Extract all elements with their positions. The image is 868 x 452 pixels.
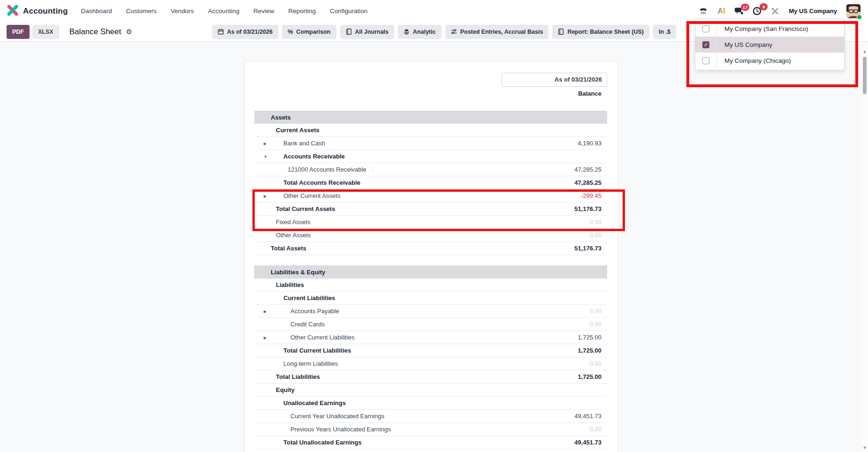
row-value: 0.00 [590,232,607,239]
nav-item-accounting[interactable]: Accounting [208,8,239,15]
odoo-accounting-logo-icon [7,4,19,18]
row-label: Total Unallocated Earnings [254,439,362,446]
report-table: AssetsCurrent Assets▶Bank and Cash4,190.… [254,111,607,452]
report-row-total-current-assets: Total Current Assets51,176.73 [254,203,607,216]
active-company-label[interactable]: My US Company [789,8,837,15]
filter-label: Analytic [413,29,436,35]
filter-label: As of 03/21/2026 [227,29,273,35]
row-value: 0.00 [590,321,607,328]
nav-item-review[interactable]: Review [253,8,274,15]
filter-label: Comparison [297,29,331,35]
activities-clock-icon[interactable]: 9 [753,7,761,15]
report-row-liabilities: Liabilities [254,279,607,292]
report-row-bank-and-cash[interactable]: ▶Bank and Cash4,190.93 [254,137,607,150]
company-option-my-company-chicago[interactable]: My Company (Chicago) [695,53,844,68]
report-row-other-assets: Other Assets0.00 [254,229,607,242]
row-label: Liabilities [254,281,304,288]
filter-posted-entries-accrual-basis[interactable]: Posted Entries, Accrual Basis [445,25,549,39]
percent-icon: % [288,28,293,35]
messages-count-badge: 17 [741,4,750,11]
report-row-121000-accounts-receivable[interactable]: 121000 Accounts Receivable⋮47,285.25 [254,163,607,176]
filter-as-of-03-21-2026[interactable]: As of 03/21/2026 [212,25,278,39]
journal-icon [346,29,352,35]
row-value: 0.00 [590,360,607,367]
debug-tools-icon[interactable] [771,7,779,15]
scrollbar-up-arrow-icon[interactable]: ▲ [861,49,868,54]
row-label: Credit Cards [254,321,325,328]
layers-icon [404,29,410,35]
company-option-check-cell [695,21,717,37]
report-row-current-assets: Current Assets [254,124,607,137]
calendar-icon [218,29,224,35]
report-settings-gear-icon[interactable]: ⚙ [126,28,132,36]
sliders-icon [451,29,457,35]
online-status-dot [857,15,862,20]
caret-down-icon[interactable]: ▼ [264,154,267,158]
row-label: Equity [254,386,295,393]
filter-comparison[interactable]: %Comparison [282,25,336,39]
checkbox-unchecked-icon[interactable] [702,57,709,64]
row-label: Other Assets [254,232,311,239]
nav-item-reporting[interactable]: Reporting [288,8,316,15]
filter-label: Report: Balance Sheet (US) [567,29,644,35]
user-avatar[interactable] [846,4,860,18]
row-label: 121000 Accounts Receivable [254,166,366,173]
row-label: Total Assets [254,245,306,252]
row-value: 0.00 [590,308,607,315]
filter-analytic[interactable]: Analytic [398,25,442,39]
scrollbar-down-arrow-icon[interactable]: ▼ [861,445,868,450]
content-area: As of 03/21/2026 Balance AssetsCurrent A… [0,42,868,452]
row-label: Other Current Assets [254,192,340,199]
row-label: Total Current Liabilities [254,347,351,354]
row-value: 1,725.00 [578,373,607,380]
kebab-menu-icon[interactable]: ⋮ [370,166,375,173]
export-pdf-button[interactable]: PDF [7,25,30,39]
messages-icon[interactable]: 17 [734,7,743,15]
filter-label: In .$ [659,29,670,35]
nav-item-vendors[interactable]: Vendors [171,8,194,15]
row-label: Fixed Assets [254,218,311,226]
filter-all-journals[interactable]: All Journals [340,25,395,39]
report-row-fixed-assets: Fixed Assets0.00 [254,216,607,229]
nav-item-customers[interactable]: Customers [126,8,157,15]
report-row-equity: Equity [254,384,607,397]
row-value: 47,285.25 [574,179,607,186]
report-row-previous-years-unallocated-earnings: Previous Years Unallocated Earnings0.00 [254,423,607,436]
company-option-my-us-company[interactable]: ✓My US Company [695,37,844,53]
ai-assistant-icon[interactable]: AI [717,7,725,15]
company-switcher-dropdown: My Company (San Francisco)✓My US Company… [695,19,845,70]
scrollbar-thumb[interactable] [863,57,867,94]
app-switcher[interactable]: Accounting [7,4,68,18]
page-scrollbar[interactable]: ▲ ▼ [861,42,868,452]
report-section-assets: Assets [254,111,607,124]
caret-right-icon[interactable]: ▶ [264,335,266,339]
filter-in[interactable]: In .$ [653,25,676,39]
company-option-label: My Company (San Francisco) [717,21,808,37]
row-label: Assets [254,114,291,121]
report-row-other-current-assets[interactable]: ▶Other Current Assets-299.45 [254,189,607,203]
report-row-accounts-payable[interactable]: ▶Accounts Payable0.00 [254,305,607,318]
main-menu: DashboardCustomersVendorsAccountingRevie… [81,8,368,15]
report-row-total-assets: Total Assets51,176.73 [254,242,607,255]
nav-item-configuration[interactable]: Configuration [330,8,367,15]
report-row-current-liabilities: Current Liabilities [254,292,607,305]
nav-item-dashboard[interactable]: Dashboard [81,8,112,15]
company-option-my-company-san-francisco[interactable]: My Company (San Francisco) [695,21,844,37]
export-xlsx-button[interactable]: XLSX [32,25,59,39]
filter-report-balance-sheet-us[interactable]: Report: Balance Sheet (US) [552,25,649,39]
voip-phone-icon[interactable] [699,7,708,15]
row-label: Total Liabilities [254,373,320,380]
report-row-credit-cards: Credit Cards0.00 [254,318,607,331]
report-row-accounts-receivable[interactable]: ▼Accounts Receivable [254,150,607,163]
caret-right-icon[interactable]: ▶ [264,309,266,313]
row-value: 1,725.00 [578,347,607,354]
report-row-other-current-liabilities[interactable]: ▶Other Current Liabilities1,725.00 [254,331,607,344]
row-value: 49,451.73 [574,439,607,446]
checkbox-unchecked-icon[interactable] [702,25,709,32]
caret-right-icon[interactable]: ▶ [264,194,266,198]
row-label: Accounts Payable [254,308,339,315]
row-label: Other Current Liabilities [254,334,355,341]
caret-right-icon[interactable]: ▶ [264,141,266,145]
checkbox-checked-icon[interactable]: ✓ [702,41,709,48]
company-option-label: My US Company [717,37,772,53]
